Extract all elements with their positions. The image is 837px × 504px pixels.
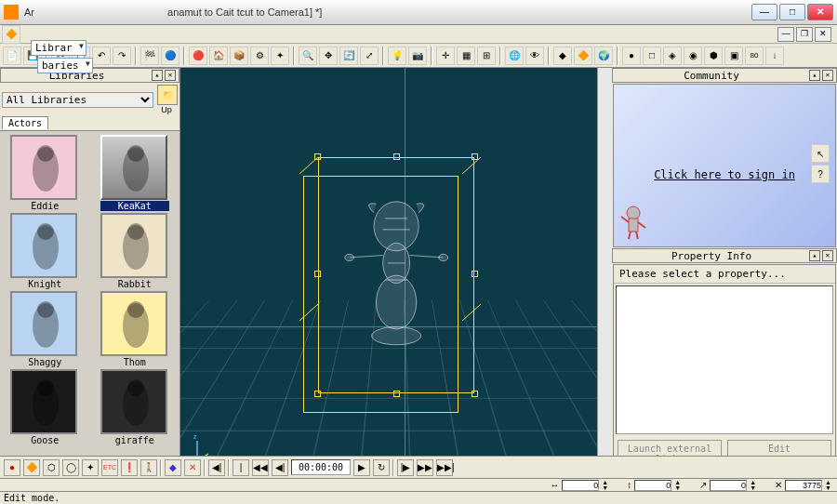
tl-del[interactable]: ✕ [184, 459, 201, 476]
play-button[interactable]: ▶ [353, 459, 370, 476]
tl-etc[interactable]: ETC [101, 459, 118, 476]
library-thumb[interactable]: KeaKat [100, 135, 169, 211]
coord-input[interactable] [785, 480, 822, 491]
bbox-handle[interactable] [314, 391, 321, 397]
tl-figure[interactable]: 🚶 [140, 459, 157, 476]
cursor-tool-icon[interactable]: ↖ [811, 144, 830, 163]
tool-c3[interactable]: ⬢ [704, 46, 723, 65]
tool-grid[interactable]: ▦ [457, 46, 475, 65]
tool-eye[interactable]: 👁 [525, 46, 544, 65]
bbox-handle[interactable] [314, 271, 321, 277]
tool-arrow[interactable]: ↓ [765, 46, 784, 65]
library-thumb[interactable]: Eddie [10, 135, 79, 211]
tool-star[interactable]: ✦ [271, 46, 289, 65]
coord-input[interactable] [562, 480, 599, 491]
tl-key[interactable]: ◆ [165, 459, 181, 476]
tl-marker[interactable]: ❗ [121, 459, 138, 476]
tool-camera[interactable]: 📷 [408, 46, 427, 65]
bounding-box[interactable] [318, 157, 473, 394]
viewport-scrollbar-v[interactable] [597, 68, 612, 476]
tool-search[interactable]: 🔍 [299, 46, 317, 65]
record-icon[interactable]: ● [4, 459, 20, 476]
tool-new[interactable]: 📄 [3, 46, 21, 65]
tool-a[interactable]: ◆ [553, 46, 572, 65]
play-first[interactable]: |◀◀ [232, 459, 249, 476]
coord-spinner[interactable]: ▲▼ [750, 480, 756, 491]
library-thumb[interactable]: Knight [10, 213, 79, 289]
tool-flag[interactable]: 🏁 [140, 46, 159, 65]
library-dropdown[interactable]: Librar [31, 40, 86, 56]
library-thumb[interactable]: Thom [100, 291, 169, 367]
property-close[interactable]: ✕ [822, 250, 833, 261]
tool-light[interactable]: 💡 [388, 46, 406, 65]
library-thumb[interactable]: Goose [10, 369, 79, 445]
timecode[interactable]: 00:00:00 [291, 459, 351, 475]
coord-input[interactable] [710, 480, 747, 491]
coord-input[interactable] [634, 480, 671, 491]
bbox-handle[interactable] [314, 153, 321, 160]
property-pin[interactable]: ▴ [809, 250, 820, 261]
sub-dropdown[interactable]: baries [37, 58, 93, 73]
tool-home[interactable]: 🏠 [209, 46, 228, 65]
mdi-restore[interactable]: ❐ [796, 27, 813, 42]
tool-c2[interactable]: ◉ [684, 46, 702, 65]
mdi-minimize[interactable]: — [777, 27, 794, 42]
libraries-pin[interactable]: ▴ [152, 70, 163, 81]
tool-box[interactable]: □ [643, 46, 661, 65]
character-wireframe[interactable] [340, 180, 452, 379]
tool-b[interactable]: 🔶 [574, 46, 592, 65]
tool-redo[interactable]: ↷ [113, 46, 131, 65]
tool-move[interactable]: ✥ [319, 46, 338, 65]
signin-link[interactable]: Click here to sign in [614, 168, 835, 181]
tool-c1[interactable]: ◈ [663, 46, 682, 65]
libraries-close[interactable]: ✕ [165, 70, 176, 81]
bbox-handle[interactable] [393, 391, 400, 397]
minimize-button[interactable]: — [751, 4, 777, 20]
close-button[interactable]: ✕ [807, 4, 833, 20]
mdi-close[interactable]: ✕ [815, 27, 831, 42]
coord-spinner[interactable]: ▲▼ [825, 480, 831, 491]
tool-render[interactable]: 🔴 [189, 46, 207, 65]
tool-world[interactable]: 🌐 [505, 46, 524, 65]
coord-spinner[interactable]: ▲▼ [602, 480, 608, 491]
tool-c4[interactable]: ▣ [724, 46, 743, 65]
tl-prev-end[interactable]: ◀| [208, 459, 225, 476]
tool-snap[interactable]: ⊞ [477, 46, 496, 65]
library-thumb[interactable]: Shaggy [10, 291, 79, 367]
viewport-3d[interactable]: zx [180, 68, 612, 491]
bbox-handle[interactable] [472, 271, 478, 277]
play-back[interactable]: ◀| [272, 459, 288, 476]
community-close[interactable]: ✕ [822, 70, 833, 81]
tl-a[interactable]: 🔶 [23, 459, 40, 476]
bbox-handle[interactable] [472, 391, 478, 397]
maximize-button[interactable]: □ [779, 4, 805, 20]
tool-globe[interactable]: 🌍 [594, 46, 613, 65]
up-folder-button[interactable]: 📁 [157, 85, 178, 105]
tool-dot[interactable]: ● [622, 46, 641, 65]
library-thumb[interactable]: Rabbit [100, 213, 169, 289]
tl-d[interactable]: ✦ [82, 459, 99, 476]
tool-80[interactable]: 80 [745, 46, 764, 65]
community-pin[interactable]: ▴ [809, 70, 820, 81]
bbox-handle[interactable] [393, 153, 400, 160]
loop-button[interactable]: ↻ [373, 459, 390, 476]
step-fwd[interactable]: |▶ [397, 459, 414, 476]
tl-b[interactable]: ⬡ [43, 459, 60, 476]
play-prev[interactable]: ◀◀ [252, 459, 269, 476]
tool-cube[interactable]: 📦 [230, 46, 248, 65]
play-next[interactable]: ▶▶ [417, 459, 433, 476]
tool-undo[interactable]: ↶ [92, 46, 111, 65]
tool-gear[interactable]: ⚙ [250, 46, 269, 65]
library-select[interactable]: All Libraries [2, 92, 153, 108]
tool-sphere[interactable]: 🔵 [161, 46, 179, 65]
tl-c[interactable]: ◯ [62, 459, 79, 476]
tool-scale[interactable]: ⤢ [360, 46, 379, 65]
tool-axis[interactable]: ✛ [436, 46, 455, 65]
app-menu-icon[interactable]: 🔶 [2, 25, 20, 44]
tool-rotate[interactable]: 🔄 [339, 46, 358, 65]
play-last[interactable]: ▶▶| [436, 459, 453, 476]
actors-tab[interactable]: Actors [2, 116, 48, 129]
library-thumb[interactable]: giraffe [100, 369, 169, 445]
bbox-handle[interactable] [472, 153, 478, 160]
help-tool-icon[interactable]: ? [811, 165, 830, 183]
